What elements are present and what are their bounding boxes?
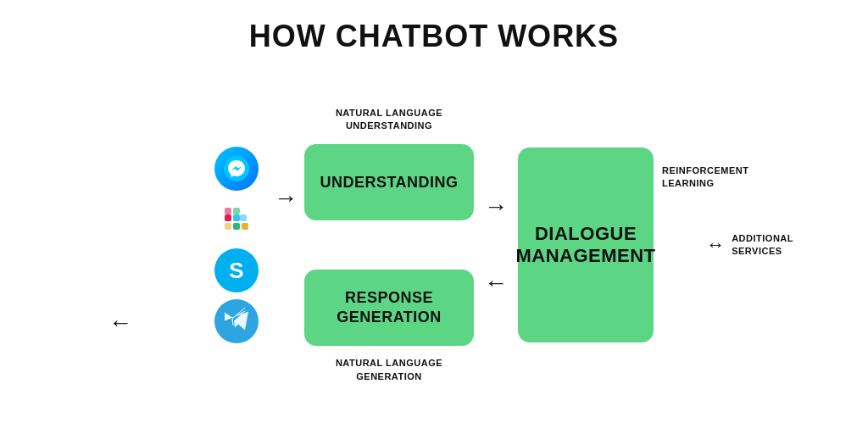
svg-rect-5 (240, 214, 247, 221)
svg-rect-8 (242, 223, 248, 230)
svg-rect-3 (225, 208, 231, 214)
messenger-icon (214, 147, 259, 191)
nlg-label: NATURAL LANGUAGEGENERATION (336, 357, 442, 383)
arrow-understanding-to-dialogue: → (484, 193, 508, 220)
diagram-area: S → NATURAL LANGUAGE UNDERSTANDING UNDER… (0, 63, 868, 427)
main-layout: S → NATURAL LANGUAGE UNDERSTANDING UNDER… (214, 63, 654, 427)
icons-column: S (214, 147, 259, 343)
arrow-dialogue-to-response: ← (484, 270, 508, 297)
understanding-wrapper: NATURAL LANGUAGE UNDERSTANDING UNDERSTAN… (304, 144, 474, 220)
rl-label: REINFORCEMENTLEARNING (662, 164, 772, 191)
svg-rect-7 (233, 208, 240, 214)
response-wrapper: RESPONSEGENERATION NATURAL LANGUAGEGENER… (304, 270, 474, 346)
double-arrow-icon: ↔ (706, 234, 725, 256)
response-box: RESPONSEGENERATION (304, 270, 474, 346)
svg-rect-9 (225, 223, 231, 230)
understanding-box: UNDERSTANDING (304, 144, 474, 220)
left-boxes-stack: NATURAL LANGUAGE UNDERSTANDING UNDERSTAN… (304, 144, 474, 346)
dialogue-box: DIALOGUEMANAGEMENT (518, 147, 654, 342)
svg-rect-6 (233, 223, 240, 230)
arrow-to-response-icons: ← (108, 309, 132, 337)
dialogue-outer: DIALOGUEMANAGEMENT REINFORCEMENTLEARNING… (518, 147, 654, 342)
slack-icon (214, 198, 259, 242)
additional-services-row: ↔ ADDITIONALSERVICES (706, 232, 793, 259)
as-label: ADDITIONALSERVICES (732, 232, 793, 259)
svg-text:S: S (229, 258, 243, 283)
page-title: HOW CHATBOT WORKS (0, 0, 868, 54)
svg-rect-4 (233, 214, 240, 221)
skype-icon: S (214, 248, 259, 292)
svg-rect-2 (225, 214, 231, 221)
nlu-label: NATURAL LANGUAGE UNDERSTANDING (336, 107, 442, 133)
svg-point-0 (224, 156, 249, 181)
telegram-icon (214, 299, 259, 343)
middle-arrows: → ← (484, 193, 508, 297)
arrow-icons-to-understanding: → (274, 185, 298, 212)
